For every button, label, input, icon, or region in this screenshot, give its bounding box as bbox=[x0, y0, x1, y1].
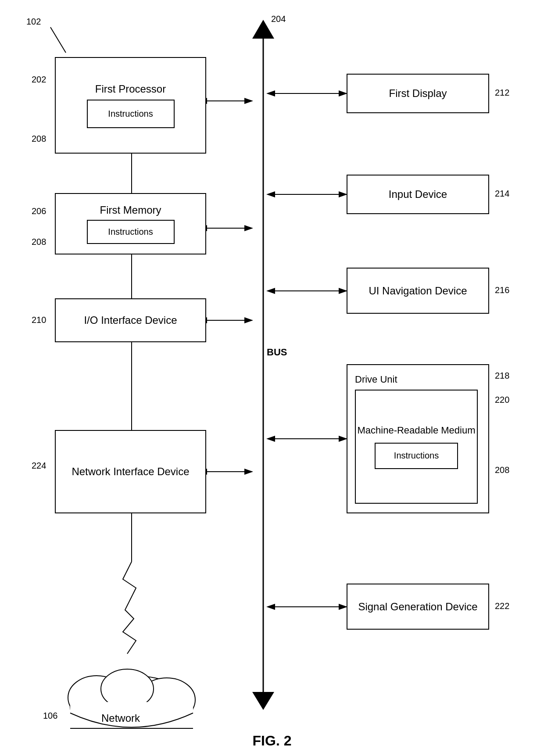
instructions-box-2: Instructions bbox=[87, 220, 175, 244]
instructions-label-3: Instructions bbox=[394, 451, 439, 461]
network-interface-label: Network Interface Device bbox=[72, 466, 189, 478]
drive-unit-box: Drive Unit Machine-Readable Medium Instr… bbox=[347, 364, 489, 513]
io-interface-label: I/O Interface Device bbox=[84, 314, 177, 326]
svg-text:Network: Network bbox=[101, 712, 140, 724]
ref-208c: 208 bbox=[495, 465, 509, 475]
network-interface-box: Network Interface Device bbox=[55, 430, 206, 513]
io-interface-box: I/O Interface Device bbox=[55, 298, 206, 342]
ref-208b: 208 bbox=[32, 237, 46, 247]
ref-224: 224 bbox=[32, 461, 46, 471]
ref-210: 210 bbox=[32, 315, 46, 325]
ref-212: 212 bbox=[495, 88, 509, 98]
ref-222: 222 bbox=[495, 601, 509, 611]
machine-readable-label: Machine-Readable Medium bbox=[357, 425, 475, 436]
ref-106: 106 bbox=[43, 711, 57, 721]
ref-216: 216 bbox=[495, 285, 509, 295]
ref-214: 214 bbox=[495, 189, 509, 199]
ref-208a: 208 bbox=[32, 134, 46, 144]
svg-marker-8 bbox=[252, 692, 274, 710]
drive-unit-label: Drive Unit bbox=[355, 374, 397, 385]
first-memory-box: First Memory Instructions bbox=[55, 193, 206, 254]
ref-218: 218 bbox=[495, 371, 509, 381]
network-cloud: Network bbox=[57, 654, 206, 742]
signal-generation-box: Signal Generation Device bbox=[347, 584, 489, 630]
signal-generation-label: Signal Generation Device bbox=[358, 601, 477, 613]
input-device-label: Input Device bbox=[389, 188, 447, 201]
instructions-label-1: Instructions bbox=[108, 109, 153, 119]
figure-label: FIG. 2 bbox=[189, 733, 355, 749]
ref-206: 206 bbox=[32, 206, 46, 216]
bus-label: BUS bbox=[267, 347, 287, 358]
first-display-box: First Display bbox=[347, 74, 489, 113]
instructions-label-2: Instructions bbox=[108, 227, 153, 237]
first-processor-box: First Processor Instructions bbox=[55, 57, 206, 154]
ui-navigation-label: UI Navigation Device bbox=[369, 285, 467, 297]
instructions-box-3: Instructions bbox=[375, 443, 458, 469]
input-device-box: Input Device bbox=[347, 175, 489, 214]
instructions-box-1: Instructions bbox=[87, 100, 175, 128]
first-processor-label: First Processor bbox=[95, 83, 166, 95]
ui-navigation-box: UI Navigation Device bbox=[347, 268, 489, 314]
ref-220: 220 bbox=[495, 395, 509, 405]
diagram: 102 First Processor Instructions 202 208… bbox=[0, 0, 544, 756]
svg-line-22 bbox=[50, 27, 66, 53]
first-memory-label: First Memory bbox=[100, 204, 161, 216]
ref-202: 202 bbox=[32, 75, 46, 85]
first-display-label: First Display bbox=[389, 87, 447, 100]
ref-204: 204 bbox=[271, 14, 286, 24]
ref-102: 102 bbox=[26, 17, 41, 27]
